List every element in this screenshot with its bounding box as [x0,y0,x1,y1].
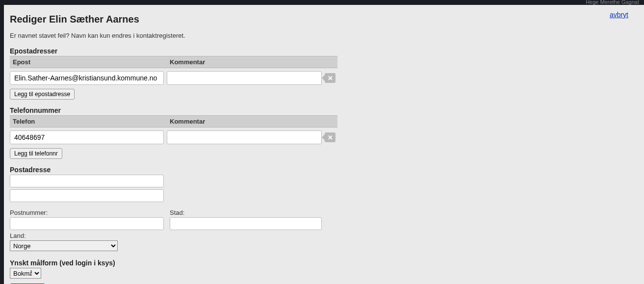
phones-col-comment: Kommentar [167,116,324,127]
phone-row: ✕ [10,128,348,147]
page-title: Rediger Elin Sæther Aarnes [10,14,634,25]
delete-phone-button[interactable]: ✕ [325,132,335,142]
add-phone-button[interactable]: Legg til telefonnr [10,148,62,159]
topbar-username: Hege Merethe Gagnat [586,0,639,5]
city-label: Stad: [170,209,327,216]
address-line2-input[interactable] [10,189,164,202]
country-label: Land: [10,232,634,239]
name-edit-hint: Er navnet stavet feil? Navn kan kun endr… [10,32,634,39]
emails-col-comment: Kommentar [167,56,324,68]
emails-table-header: Epost Kommentar [10,56,337,68]
cancel-link[interactable]: avbryt [610,11,628,19]
close-icon: ✕ [328,134,333,141]
city-input[interactable] [170,217,322,230]
email-comment-input[interactable] [167,71,322,85]
edit-contact-panel: avbryt Rediger Elin Sæther Aarnes Er nav… [4,5,644,284]
address-line1-input[interactable] [10,175,164,187]
country-select[interactable]: Norge [10,240,118,251]
phone-comment-input[interactable] [167,130,322,144]
phones-col-phone: Telefon [10,116,167,127]
phones-section-title: Telefonnummer [10,106,634,114]
phones-table-header: Telefon Kommentar [10,115,337,128]
email-input[interactable] [10,71,164,85]
postcode-label: Postnummer: [10,209,167,216]
language-section-title: Ynskt målform (ved login i ksys) [10,259,634,267]
close-icon: ✕ [328,75,333,82]
emails-section-title: Epostadresser [10,47,634,55]
postcode-input[interactable] [10,217,164,230]
email-row: ✕ [10,68,348,88]
delete-email-button[interactable]: ✕ [325,73,335,83]
language-select[interactable]: Bokmål [10,268,41,279]
emails-col-email: Epost [10,56,167,68]
phone-input[interactable] [10,130,164,144]
add-email-button[interactable]: Legg til epostadresse [10,89,75,100]
postal-section-title: Postadresse [10,166,634,174]
